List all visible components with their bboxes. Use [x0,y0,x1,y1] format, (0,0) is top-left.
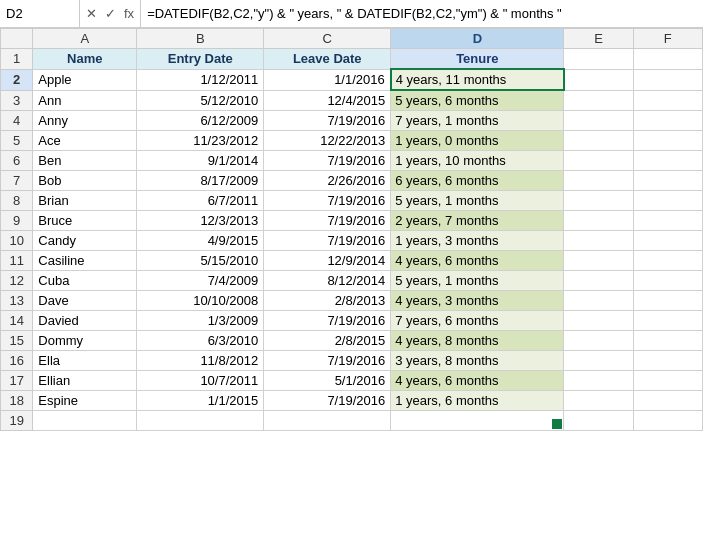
cell-3-F[interactable] [633,90,702,111]
cell-17-D[interactable]: 4 years, 6 months [391,371,564,391]
cell-18-D[interactable]: 1 years, 6 months [391,391,564,411]
cell-14-D[interactable]: 7 years, 6 months [391,311,564,331]
cell-8-F[interactable] [633,191,702,211]
cell-4-A[interactable]: Anny [33,111,137,131]
formula-input[interactable] [141,6,703,21]
cell-6-C[interactable]: 7/19/2016 [264,151,391,171]
cell-8-A[interactable]: Brian [33,191,137,211]
cell-12-B[interactable]: 7/4/2009 [137,271,264,291]
cell-10-A[interactable]: Candy [33,231,137,251]
cell-14-B[interactable]: 1/3/2009 [137,311,264,331]
cell-12-C[interactable]: 8/12/2014 [264,271,391,291]
cell-ref-box[interactable]: D2 [0,0,80,27]
cell-16-C[interactable]: 7/19/2016 [264,351,391,371]
cell-4-F[interactable] [633,111,702,131]
row-header-3[interactable]: 3 [1,90,33,111]
cell-14-F[interactable] [633,311,702,331]
cell-10-C[interactable]: 7/19/2016 [264,231,391,251]
row-header-17[interactable]: 17 [1,371,33,391]
cell-3-D[interactable]: 5 years, 6 months [391,90,564,111]
cell-7-E[interactable] [564,171,633,191]
cell-19-D[interactable] [391,411,564,431]
resize-handle[interactable] [552,419,562,429]
cell-1-F[interactable] [633,49,702,70]
cell-8-D[interactable]: 5 years, 1 months [391,191,564,211]
row-header-14[interactable]: 14 [1,311,33,331]
row-header-13[interactable]: 13 [1,291,33,311]
row-header-4[interactable]: 4 [1,111,33,131]
col-leave-header[interactable]: Leave Date [264,49,391,70]
cell-7-B[interactable]: 8/17/2009 [137,171,264,191]
cell-4-C[interactable]: 7/19/2016 [264,111,391,131]
cell-6-E[interactable] [564,151,633,171]
cell-15-B[interactable]: 6/3/2010 [137,331,264,351]
cell-14-C[interactable]: 7/19/2016 [264,311,391,331]
cell-19-C[interactable] [264,411,391,431]
cell-5-F[interactable] [633,131,702,151]
row-header-9[interactable]: 9 [1,211,33,231]
cell-4-B[interactable]: 6/12/2009 [137,111,264,131]
row-header-6[interactable]: 6 [1,151,33,171]
cell-6-D[interactable]: 1 years, 10 months [391,151,564,171]
cell-18-C[interactable]: 7/19/2016 [264,391,391,411]
cell-18-A[interactable]: Espine [33,391,137,411]
fx-icon[interactable]: fx [122,6,136,21]
cell-3-B[interactable]: 5/12/2010 [137,90,264,111]
cell-18-E[interactable] [564,391,633,411]
cell-3-C[interactable]: 12/4/2015 [264,90,391,111]
cell-5-D[interactable]: 1 years, 0 months [391,131,564,151]
cell-17-B[interactable]: 10/7/2011 [137,371,264,391]
cell-11-C[interactable]: 12/9/2014 [264,251,391,271]
cell-3-A[interactable]: Ann [33,90,137,111]
cancel-icon[interactable]: ✕ [84,6,99,21]
cell-13-A[interactable]: Dave [33,291,137,311]
row-header-2[interactable]: 2 [1,69,33,90]
cell-11-F[interactable] [633,251,702,271]
row-header-16[interactable]: 16 [1,351,33,371]
col-tenure-header[interactable]: Tenure [391,49,564,70]
cell-8-E[interactable] [564,191,633,211]
cell-5-E[interactable] [564,131,633,151]
cell-13-E[interactable] [564,291,633,311]
cell-16-B[interactable]: 11/8/2012 [137,351,264,371]
cell-7-D[interactable]: 6 years, 6 months [391,171,564,191]
cell-19-B[interactable] [137,411,264,431]
cell-19-A[interactable] [33,411,137,431]
cell-10-F[interactable] [633,231,702,251]
cell-18-B[interactable]: 1/1/2015 [137,391,264,411]
cell-13-C[interactable]: 2/8/2013 [264,291,391,311]
cell-12-D[interactable]: 5 years, 1 months [391,271,564,291]
row-header-1[interactable]: 1 [1,49,33,70]
cell-15-F[interactable] [633,331,702,351]
cell-19-E[interactable] [564,411,633,431]
cell-8-C[interactable]: 7/19/2016 [264,191,391,211]
cell-9-D[interactable]: 2 years, 7 months [391,211,564,231]
cell-6-A[interactable]: Ben [33,151,137,171]
cell-2-E[interactable] [564,69,633,90]
col-header-C[interactable]: C [264,29,391,49]
cell-8-B[interactable]: 6/7/2011 [137,191,264,211]
cell-9-A[interactable]: Bruce [33,211,137,231]
cell-2-C[interactable]: 1/1/2016 [264,69,391,90]
cell-16-A[interactable]: Ella [33,351,137,371]
cell-10-E[interactable] [564,231,633,251]
cell-6-F[interactable] [633,151,702,171]
cell-12-F[interactable] [633,271,702,291]
cell-17-C[interactable]: 5/1/2016 [264,371,391,391]
cell-7-F[interactable] [633,171,702,191]
col-header-B[interactable]: B [137,29,264,49]
row-header-8[interactable]: 8 [1,191,33,211]
cell-19-F[interactable] [633,411,702,431]
cell-13-F[interactable] [633,291,702,311]
row-header-15[interactable]: 15 [1,331,33,351]
cell-12-A[interactable]: Cuba [33,271,137,291]
cell-11-E[interactable] [564,251,633,271]
col-header-A[interactable]: A [33,29,137,49]
cell-16-E[interactable] [564,351,633,371]
col-header-D[interactable]: D [391,29,564,49]
col-name-header[interactable]: Name [33,49,137,70]
row-header-10[interactable]: 10 [1,231,33,251]
cell-2-F[interactable] [633,69,702,90]
cell-9-F[interactable] [633,211,702,231]
cell-9-E[interactable] [564,211,633,231]
